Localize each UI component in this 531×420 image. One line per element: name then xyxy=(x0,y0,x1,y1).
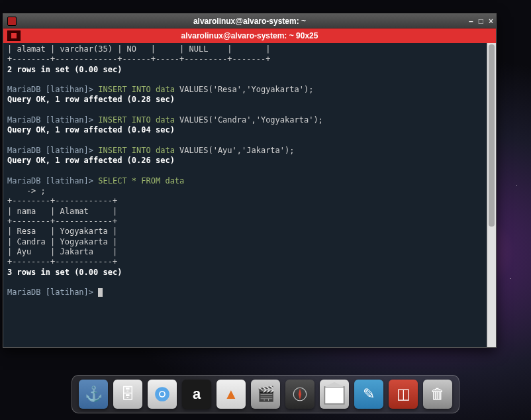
terminal-scrollbar[interactable] xyxy=(487,43,496,347)
terminal-window: alvarolinux@alvaro-system: ~ – □ × alvar… xyxy=(3,13,497,348)
scrollbar-thumb[interactable] xyxy=(489,44,495,227)
query-ok-2: Query OK, 1 row affected (0.04 sec) xyxy=(7,125,175,134)
mariadb-prompt: MariaDB [latihan]> xyxy=(7,146,93,155)
select-row-ayu: | Ayu | Jakarta | xyxy=(7,247,117,256)
select-row-resa: | Resa | Yogyakarta | xyxy=(7,227,117,236)
insert-stmt-3b: VALUES('Ayu','Jakarta'); xyxy=(179,146,294,155)
result-3-rows: 3 rows in set (0.00 sec) xyxy=(7,268,122,277)
window-close-button[interactable]: × xyxy=(489,17,493,26)
svg-point-2 xyxy=(160,392,165,397)
dock-chromium-icon[interactable] xyxy=(148,380,177,409)
window-title: alvarolinux@alvaro-system: ~ xyxy=(3,17,496,26)
describe-border: +--------+-------------+------+-----+---… xyxy=(7,54,270,64)
dock-video-editor-icon[interactable]: 🎬 xyxy=(251,380,280,409)
dock-anchor-icon[interactable]: ⚓ xyxy=(79,380,108,409)
dock-app-a-icon[interactable]: a xyxy=(182,380,211,409)
query-ok-3: Query OK, 1 row affected (0.26 sec) xyxy=(7,156,175,165)
dock-compass-icon[interactable] xyxy=(285,380,314,409)
mariadb-prompt: MariaDB [latihan]> xyxy=(7,176,93,185)
dock-trash-icon[interactable]: 🗑 xyxy=(423,380,452,409)
mariadb-prompt: MariaDB [latihan]> xyxy=(7,85,93,94)
dock: ⚓ 🗄 a ▲ 🎬 ✎ ◫ 🗑 xyxy=(72,375,459,413)
terminal-output[interactable]: | alamat | varchar(35) | NO | | NULL | |… xyxy=(3,43,487,347)
svg-rect-4 xyxy=(324,387,344,404)
dock-file-manager-icon[interactable]: 🗄 xyxy=(113,380,142,409)
terminal-tab-title: alvarolinux@alvaro-system: ~ 90x25 xyxy=(3,31,496,40)
cont-prompt: -> xyxy=(7,186,41,195)
insert-stmt-1b: VALUES('Resa','Yogyakarta'); xyxy=(179,85,313,94)
window-titlebar[interactable]: alvarolinux@alvaro-system: ~ – □ × xyxy=(3,14,496,28)
select-table-border: +--------+------------+ xyxy=(7,196,117,205)
describe-row: | alamat | varchar(35) | NO | | NULL | | xyxy=(7,44,270,54)
select-row-candra: | Candra | Yogyakarta | xyxy=(7,237,117,246)
terminal-cursor xyxy=(98,288,103,297)
insert-stmt-1a: INSERT INTO data xyxy=(93,85,179,94)
dock-office-icon[interactable] xyxy=(320,380,349,409)
select-table-border: +--------+------------+ xyxy=(7,217,117,226)
result-2-rows: 2 rows in set (0.00 sec) xyxy=(7,65,122,74)
dock-presentation-icon[interactable]: ◫ xyxy=(389,380,418,409)
terminal-tabbar: alvarolinux@alvaro-system: ~ 90x25 xyxy=(3,28,496,43)
window-minimize-button[interactable]: – xyxy=(469,17,473,26)
dock-vlc-icon[interactable]: ▲ xyxy=(217,380,246,409)
select-table-header: | nama | Alamat | xyxy=(7,207,117,216)
mariadb-prompt: MariaDB [latihan]> xyxy=(7,288,93,297)
mariadb-prompt: MariaDB [latihan]> xyxy=(7,115,93,125)
dock-writer-icon[interactable]: ✎ xyxy=(354,380,383,409)
insert-stmt-3a: INSERT INTO data xyxy=(93,146,179,155)
semicolon: ; xyxy=(41,186,46,195)
select-stmt: SELECT * FROM data xyxy=(93,176,184,185)
select-table-border: +--------+------------+ xyxy=(7,257,117,266)
insert-stmt-2a: INSERT INTO data xyxy=(93,115,179,125)
insert-stmt-2b: VALUES('Candra','Yogyakarta'); xyxy=(179,115,323,125)
query-ok-1: Query OK, 1 row affected (0.28 sec) xyxy=(7,95,175,104)
window-maximize-button[interactable]: □ xyxy=(479,17,483,26)
